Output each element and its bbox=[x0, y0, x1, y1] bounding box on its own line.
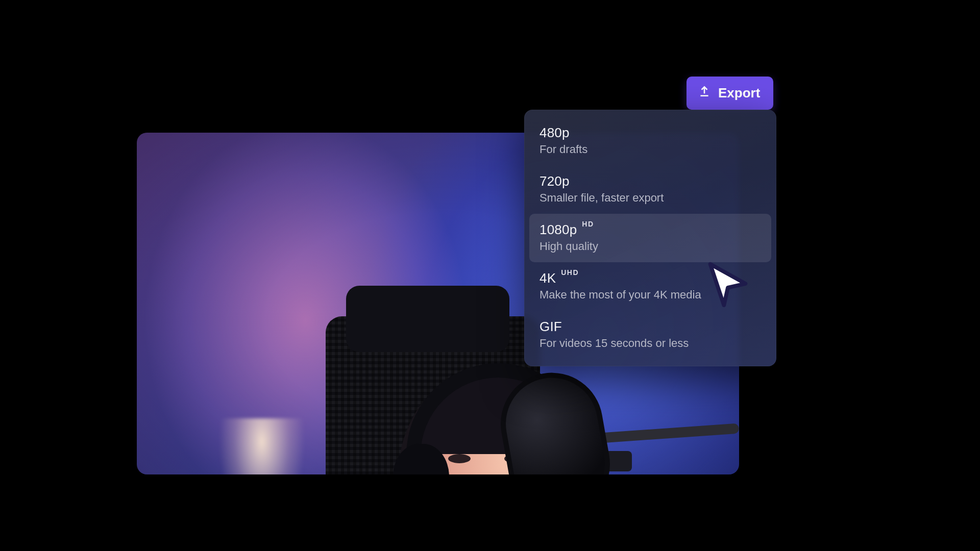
quality-option-4k[interactable]: 4K UHD Make the most of your 4K media bbox=[529, 262, 771, 311]
quality-option-720p[interactable]: 720p Smaller file, faster export bbox=[529, 165, 771, 214]
quality-option-label: 480p bbox=[540, 125, 570, 141]
quality-option-label: 1080p bbox=[540, 222, 577, 238]
quality-option-gif[interactable]: GIF For videos 15 seconds or less bbox=[529, 311, 771, 359]
quality-option-description: Make the most of your 4K media bbox=[540, 288, 761, 302]
quality-option-description: Smaller file, faster export bbox=[540, 191, 761, 205]
quality-option-description: High quality bbox=[540, 240, 761, 253]
quality-badge-hd: HD bbox=[582, 220, 594, 228]
upload-icon bbox=[698, 85, 711, 102]
quality-badge-uhd: UHD bbox=[561, 268, 579, 277]
quality-option-1080p[interactable]: 1080p HD High quality bbox=[529, 214, 771, 262]
quality-option-label: 720p bbox=[540, 173, 570, 189]
quality-option-label: 4K bbox=[540, 270, 556, 286]
quality-option-label: GIF bbox=[540, 319, 562, 335]
quality-option-description: For drafts bbox=[540, 143, 761, 156]
quality-option-description: For videos 15 seconds or less bbox=[540, 337, 761, 350]
export-quality-menu[interactable]: 480p For drafts 720p Smaller file, faste… bbox=[524, 110, 776, 366]
export-button[interactable]: Export bbox=[687, 77, 773, 110]
export-button-label: Export bbox=[718, 85, 760, 101]
quality-option-480p[interactable]: 480p For drafts bbox=[529, 117, 771, 165]
